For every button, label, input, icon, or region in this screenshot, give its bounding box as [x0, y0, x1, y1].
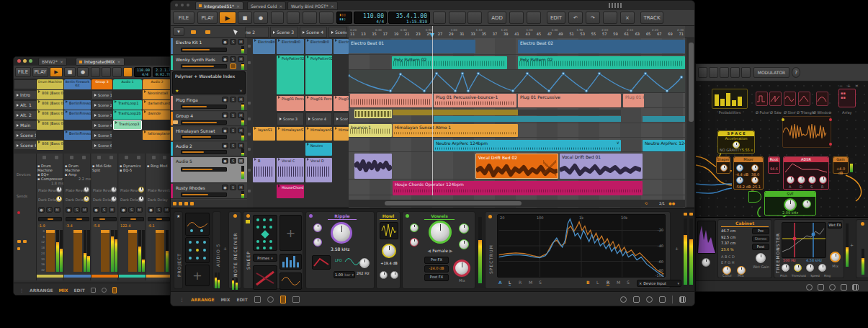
group-scene-cell[interactable]: Scene 4 — [305, 112, 332, 125]
view-edit[interactable]: EDIT — [236, 297, 247, 302]
clip[interactable]: HimalayanS1 — [305, 127, 332, 141]
send-knob[interactable] — [111, 196, 117, 202]
device-input-dropdown[interactable]: ×Device Input▾ — [637, 280, 681, 287]
cabinet-slot-row[interactable]: E F G H — [721, 260, 734, 265]
clip[interactable]: darlanshued C — [143, 100, 171, 110]
treemonster-mix-knob[interactable] — [830, 252, 841, 262]
port-out[interactable] — [829, 118, 832, 121]
play-button[interactable]: ▶ — [219, 12, 236, 24]
zoom-icons[interactable]: ●● — [668, 201, 675, 205]
wet-gain-knob[interactable] — [756, 253, 766, 263]
layout-icon[interactable] — [112, 67, 122, 77]
arm-button[interactable]: ● — [66, 207, 72, 213]
vscroll-thumb[interactable] — [689, 43, 694, 122]
file-button[interactable]: FILE — [15, 67, 31, 77]
track-row-audio5-selected[interactable]: Audio 5 ● S M — [171, 157, 247, 183]
close-icon[interactable]: × — [279, 4, 282, 9]
arm-button[interactable]: ● — [222, 128, 228, 133]
stop-button[interactable] — [248, 148, 251, 151]
channel-button[interactable]: S — [539, 280, 542, 285]
flag-icon[interactable] — [527, 12, 541, 24]
stop-button[interactable] — [42, 156, 46, 159]
add-device-icon[interactable]: + — [850, 242, 854, 247]
threshold-knob[interactable] — [794, 264, 802, 272]
arranger-clip[interactable]: Poly Pattern 02 — [518, 56, 685, 69]
scope-module[interactable] — [782, 116, 831, 148]
volume-fader[interactable] — [181, 167, 227, 172]
clip[interactable]: PolyPatter02 — [305, 56, 332, 94]
close-icon[interactable]: × — [236, 4, 240, 9]
ring-knob[interactable] — [818, 264, 826, 272]
scene-main[interactable]: Main — [14, 120, 37, 130]
track-header-group3[interactable]: Group 3 — [91, 79, 112, 89]
clip[interactable]: B — [253, 158, 275, 182]
tempo-display[interactable]: 110.004/4 — [134, 67, 151, 77]
link-icon[interactable] — [267, 296, 274, 303]
stop-button[interactable] — [248, 118, 251, 120]
clip[interactable]: 808 [Bass 08] - Ha — [37, 120, 63, 130]
tab-served-cold[interactable]: Served Cold× — [247, 1, 286, 10]
wet-fx-button[interactable]: Wet FX — [828, 222, 842, 229]
track-header-audio1[interactable]: Audio 1 — [113, 79, 142, 89]
howl-gain-knob[interactable] — [382, 244, 396, 258]
device-enable-icon[interactable] — [233, 214, 237, 218]
group-scene-cell[interactable]: Scene 1 — [91, 90, 112, 99]
stop-button[interactable]: ■ — [238, 12, 252, 24]
arranger-clip-selected[interactable]: Vocal Drift Bed 02 — [475, 154, 558, 179]
arranger-clip[interactable]: Neutro ArpPerc 124bpm∨ — [434, 140, 621, 151]
clip[interactable]: BerlinFireworkBt01 — [64, 110, 91, 120]
tempo-display[interactable]: 110.004/4 — [354, 12, 387, 24]
file-button[interactable]: FILE — [173, 12, 194, 24]
mixer-knob[interactable] — [751, 177, 759, 184]
dual-display-icon[interactable] — [123, 67, 133, 77]
zoom-in-icon[interactable]: + — [847, 83, 855, 88]
mute-button[interactable]: M — [238, 97, 244, 102]
volume-fader[interactable] — [128, 230, 137, 272]
group-region[interactable] — [434, 116, 621, 122]
mute-button[interactable]: M — [81, 207, 88, 213]
stop-button[interactable] — [248, 61, 251, 64]
arranger-clip[interactable]: Houje Chords Operator 124bpm — [393, 181, 643, 195]
scene-6[interactable]: Scene 6 — [14, 141, 37, 150]
space-module[interactable]: S P A C E Acceleration NO GRAVITY 5.55 s — [717, 130, 755, 154]
solo-button[interactable]: S — [230, 158, 236, 164]
scene-5[interactable]: Scene 5 — [14, 130, 37, 140]
audio5-track-tab[interactable]: AUDIO 5 — [212, 211, 221, 289]
track-row-plug-finga[interactable]: Plug Finga ● S M — [171, 96, 247, 111]
howl-device[interactable]: Howl +19.4 dB — [376, 211, 401, 289]
arm-button[interactable]: ● — [222, 56, 228, 62]
arranger-clip[interactable]: Plug 01 Percussive — [518, 94, 621, 107]
volume-fader[interactable] — [181, 105, 227, 109]
layout-icon[interactable] — [303, 12, 317, 24]
cabinet-slot-row[interactable]: A B C D — [721, 254, 735, 259]
arranger[interactable]: Electro Beat 01 Electro Beat 02 Poly Pat… — [349, 38, 685, 208]
sends-section-label[interactable]: Sends — [17, 194, 27, 198]
track-header-drum-machine[interactable]: Drum Machine — [37, 79, 63, 89]
stop-button[interactable] — [125, 156, 128, 159]
group-audio-blob[interactable] — [354, 110, 392, 118]
dial-icon[interactable] — [829, 284, 836, 291]
channel-button[interactable]: R — [519, 280, 522, 285]
stop-button[interactable] — [163, 156, 166, 159]
mute-button[interactable]: M — [136, 207, 143, 213]
group-region[interactable] — [393, 110, 518, 115]
dial-icon[interactable] — [646, 296, 653, 303]
clip[interactable]: ElectroBt0 — [277, 39, 304, 54]
stop-button[interactable] — [97, 156, 101, 159]
settings-icon[interactable] — [741, 67, 751, 78]
svf-module[interactable]: SVF 2.09 kHz — [764, 191, 816, 216]
channel-button[interactable]: M — [529, 280, 532, 285]
stop-button[interactable]: ■ — [64, 67, 76, 77]
clip[interactable]: Vocal C — [277, 158, 304, 182]
device-enable-icon[interactable] — [406, 214, 409, 218]
devices-section-label[interactable]: Devices — [17, 172, 31, 177]
solo-button[interactable]: S — [230, 39, 236, 45]
help-icon[interactable]: ? — [792, 67, 800, 78]
tab-integrated51[interactable]: Integrated51*× — [195, 1, 243, 10]
gain-module[interactable]: Gain +4.0 dB — [833, 156, 849, 174]
arranger-hscrollbar[interactable]: 2/1 ●● ⟲ — [349, 200, 685, 207]
track-row-wonky[interactable]: Wonky Synth Pads ● S M — [171, 56, 247, 71]
position-display[interactable]: 2.2.1.390:02.780 — [153, 67, 170, 77]
close-traffic-light[interactable] — [17, 59, 21, 63]
duplicate-icon[interactable] — [730, 67, 740, 78]
